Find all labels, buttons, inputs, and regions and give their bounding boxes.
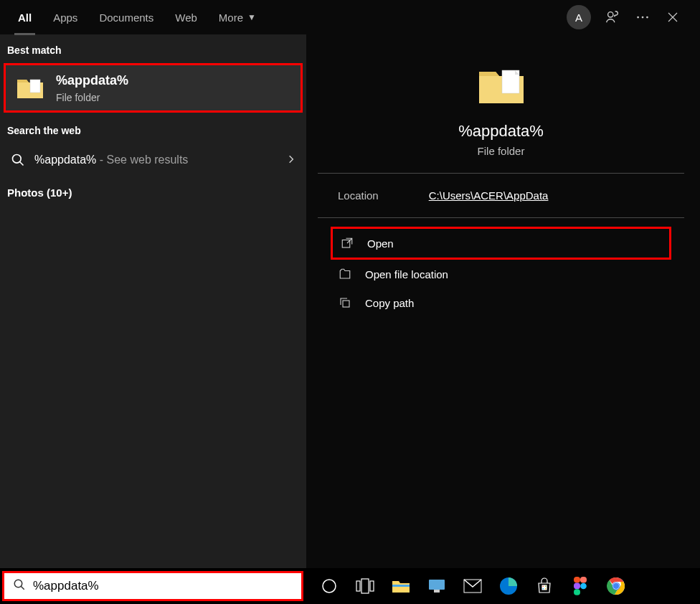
content-area: Best match %appdata% File folder Search …	[0, 34, 696, 569]
svg-rect-24	[580, 577, 587, 583]
location-row: Location C:\Users\ACER\AppData	[318, 174, 684, 218]
web-search-result[interactable]: %appdata% - See web results	[0, 143, 306, 176]
action-open[interactable]: Open	[331, 227, 671, 260]
svg-rect-13	[370, 581, 374, 591]
svg-rect-27	[574, 589, 580, 595]
svg-rect-16	[434, 590, 440, 593]
best-match-text: %appdata% File folder	[56, 72, 128, 103]
svg-rect-11	[356, 581, 360, 591]
location-label: Location	[338, 189, 379, 202]
preview-panel: %appdata% File folder Location C:\Users\…	[306, 34, 696, 569]
task-view-icon[interactable]	[347, 570, 383, 603]
cortana-icon[interactable]	[311, 570, 347, 603]
actions-list: Open Open file location	[318, 218, 684, 326]
search-input[interactable]	[33, 579, 293, 593]
svg-point-0	[608, 12, 613, 17]
chevron-down-icon: ▼	[247, 12, 256, 22]
svg-rect-20	[545, 585, 547, 588]
svg-point-3	[646, 16, 648, 19]
svg-rect-21	[542, 588, 544, 590]
preview-card: %appdata% File folder Location C:\Users\…	[318, 43, 684, 557]
windows-search-window: All Apps Documents Web More ▼ A	[0, 0, 696, 569]
svg-rect-4	[30, 80, 40, 93]
more-options-icon[interactable]	[634, 9, 651, 26]
close-icon[interactable]	[664, 9, 681, 26]
tab-more[interactable]: More ▼	[208, 0, 267, 34]
svg-point-10	[323, 580, 336, 593]
svg-rect-19	[542, 585, 544, 588]
svg-point-26	[580, 583, 587, 590]
svg-point-5	[13, 155, 22, 164]
preview-subtitle: File folder	[332, 145, 670, 157]
action-copy-path[interactable]: Copy path	[331, 288, 671, 317]
tab-web[interactable]: Web	[164, 0, 208, 34]
folder-icon	[476, 63, 526, 109]
web-result-text: %appdata% - See web results	[34, 154, 278, 166]
remote-desktop-icon[interactable]	[419, 570, 455, 603]
web-result-term: %appdata%	[34, 154, 96, 166]
action-open-file-location[interactable]: Open file location	[331, 260, 671, 288]
best-match-header: Best match	[0, 34, 306, 63]
top-bar: All Apps Documents Web More ▼ A	[0, 0, 696, 34]
svg-rect-8	[343, 301, 349, 307]
folder-icon	[16, 75, 44, 101]
svg-rect-25	[574, 583, 580, 590]
search-icon	[13, 578, 26, 594]
svg-point-1	[637, 16, 639, 19]
best-match-title: %appdata%	[56, 72, 128, 89]
web-result-suffix: - See web results	[96, 154, 188, 166]
preview-header: %appdata% File folder	[318, 43, 684, 174]
svg-rect-23	[574, 577, 580, 583]
svg-rect-14	[392, 585, 410, 587]
location-path[interactable]: C:\Users\ACER\AppData	[429, 189, 549, 202]
svg-rect-15	[429, 580, 445, 590]
svg-rect-12	[361, 579, 369, 593]
action-copy-path-label: Copy path	[365, 297, 414, 309]
svg-point-9	[14, 580, 22, 588]
figma-icon[interactable]	[562, 570, 598, 603]
best-match-subtitle: File folder	[56, 92, 128, 103]
svg-point-31	[613, 583, 619, 589]
edge-icon[interactable]	[491, 570, 526, 603]
search-icon	[10, 152, 26, 168]
svg-rect-22	[545, 588, 547, 590]
tab-all[interactable]: All	[7, 0, 42, 34]
search-web-header: Search the web	[0, 115, 306, 143]
file-explorer-icon[interactable]	[383, 570, 419, 603]
mail-icon[interactable]	[455, 570, 491, 603]
filter-tabs: All Apps Documents Web More ▼	[7, 0, 267, 34]
taskbar-search-box[interactable]	[2, 571, 303, 601]
chevron-right-icon	[286, 153, 296, 168]
folder-location-icon	[338, 267, 352, 281]
svg-point-2	[642, 16, 644, 19]
copy-icon	[338, 296, 352, 310]
preview-title: %appdata%	[332, 122, 670, 141]
top-right-controls: A	[567, 5, 689, 29]
best-match-result[interactable]: %appdata% File folder	[4, 63, 303, 113]
photos-header[interactable]: Photos (10+)	[0, 176, 306, 209]
action-open-location-label: Open file location	[365, 268, 448, 280]
taskbar	[0, 568, 700, 604]
tab-more-label: More	[219, 11, 243, 24]
open-icon	[340, 236, 354, 250]
results-panel: Best match %appdata% File folder Search …	[0, 34, 306, 569]
user-avatar[interactable]: A	[567, 5, 591, 29]
tab-apps[interactable]: Apps	[42, 0, 88, 34]
tab-documents[interactable]: Documents	[88, 0, 164, 34]
feedback-icon[interactable]	[604, 9, 621, 26]
taskbar-icons	[306, 570, 634, 603]
action-open-label: Open	[367, 237, 394, 250]
store-icon[interactable]	[526, 570, 562, 603]
chrome-icon[interactable]	[598, 570, 634, 603]
